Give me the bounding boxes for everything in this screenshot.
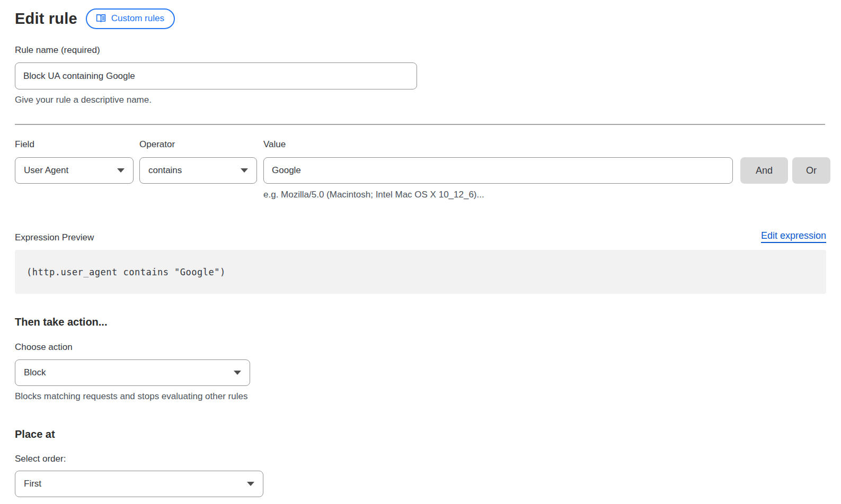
action-section: Then take action... Choose action Block …: [15, 316, 826, 402]
edit-expression-link[interactable]: Edit expression: [761, 230, 826, 243]
select-order-label: Select order:: [15, 453, 826, 464]
caret-down-icon: [241, 168, 248, 173]
action-hint: Blocks matching requests and stops evalu…: [15, 391, 826, 402]
page-header: Edit rule Custom rules: [15, 7, 826, 30]
order-select[interactable]: First: [15, 471, 263, 497]
operator-column: Operator contains: [139, 139, 257, 184]
page-title: Edit rule: [15, 10, 77, 28]
custom-rules-label: Custom rules: [111, 12, 164, 25]
value-hint: e.g. Mozilla/5.0 (Macintosh; Intel Mac O…: [263, 189, 733, 200]
or-button[interactable]: Or: [792, 157, 830, 184]
value-column: Value e.g. Mozilla/5.0 (Macintosh; Intel…: [263, 139, 733, 200]
caret-down-icon: [234, 371, 241, 375]
custom-rules-docs-button[interactable]: Custom rules: [86, 8, 175, 29]
section-divider: [15, 124, 825, 125]
choose-action-label: Choose action: [15, 341, 826, 353]
condition-row: Field User Agent Operator contains Value…: [15, 139, 826, 200]
action-select-value: Block: [24, 367, 46, 378]
edit-rule-page: Edit rule Custom rules Rule name (requir…: [0, 0, 841, 504]
rule-name-hint: Give your rule a descriptive name.: [15, 94, 826, 105]
expression-preview-box: (http.user_agent contains "Google"): [15, 250, 826, 294]
operator-select[interactable]: contains: [139, 157, 257, 184]
value-label: Value: [263, 139, 733, 150]
rule-name-input[interactable]: [15, 62, 417, 89]
field-select-value: User Agent: [24, 165, 68, 176]
operator-select-value: contains: [148, 165, 182, 176]
action-select[interactable]: Block: [15, 359, 250, 386]
operator-label: Operator: [139, 139, 257, 150]
and-button[interactable]: And: [740, 157, 788, 184]
field-label: Field: [15, 139, 134, 150]
caret-down-icon: [117, 168, 125, 173]
action-heading: Then take action...: [15, 316, 826, 328]
caret-down-icon: [247, 482, 254, 486]
expression-code: (http.user_agent contains "Google"): [26, 267, 226, 277]
field-column: Field User Agent: [15, 139, 134, 184]
rule-name-section: Rule name (required) Give your rule a de…: [15, 44, 826, 105]
expression-header: Expression Preview Edit expression: [15, 230, 826, 243]
order-select-value: First: [24, 479, 41, 489]
rule-name-label: Rule name (required): [15, 44, 826, 56]
expression-preview-label: Expression Preview: [15, 232, 94, 243]
field-select[interactable]: User Agent: [15, 157, 134, 184]
value-input[interactable]: [263, 157, 733, 184]
place-at-heading: Place at: [15, 428, 826, 440]
open-book-icon: [95, 13, 107, 24]
logic-buttons: And Or: [740, 157, 830, 184]
placement-section: Place at Select order: First: [15, 428, 826, 497]
